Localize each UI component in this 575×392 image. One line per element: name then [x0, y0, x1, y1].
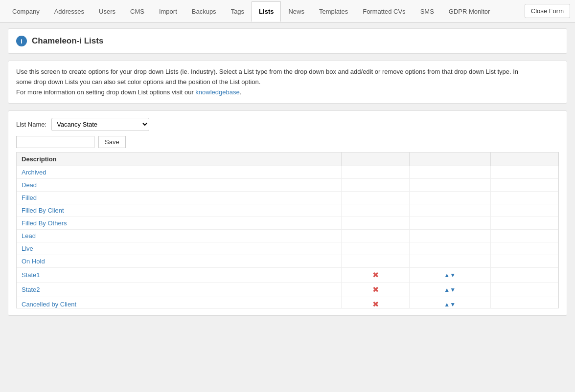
row-description[interactable]: Archived: [17, 166, 342, 179]
table-row: On Hold: [17, 255, 558, 268]
nav-tab-users[interactable]: Users: [92, 1, 123, 21]
close-form-button[interactable]: Close Form: [525, 4, 570, 18]
empty-cell3: [490, 230, 558, 242]
col-description: Description: [17, 152, 342, 166]
delete-icon[interactable]: ✖: [372, 271, 379, 279]
list-name-label: List Name:: [16, 121, 46, 128]
info-box: Use this screen to create options for yo…: [8, 61, 567, 104]
up-icon[interactable]: ▲: [444, 286, 450, 293]
row-description[interactable]: Lead: [17, 230, 342, 242]
empty-cell1: [342, 192, 409, 204]
empty-cell3: [490, 192, 558, 204]
list-panel: List Name: Vacancy StateIndustrySourceSt…: [8, 110, 567, 316]
nav-tab-company[interactable]: Company: [5, 1, 47, 21]
empty-cell3: [490, 217, 558, 230]
empty-cell2: [409, 179, 490, 192]
nav-tab-cms[interactable]: CMS: [123, 1, 152, 21]
table-row: Filled By Client: [17, 204, 558, 217]
delete-icon[interactable]: ✖: [372, 285, 379, 294]
empty-cell3: [490, 179, 558, 192]
info-line2: some drop down Lists you can also set co…: [16, 77, 559, 87]
empty-cell1: [342, 166, 409, 179]
row-description[interactable]: Dead: [17, 179, 342, 192]
empty-cell3: [490, 204, 558, 217]
table-row: Archived: [17, 166, 558, 179]
empty-cell2: [409, 230, 490, 242]
row-description[interactable]: Live: [17, 242, 342, 255]
new-item-input[interactable]: [16, 136, 94, 148]
empty-cell1: [342, 217, 409, 230]
empty-cell3: [490, 242, 558, 255]
down-icon[interactable]: ▼: [450, 286, 456, 293]
knowledgebase-link[interactable]: knowledgebase: [195, 88, 239, 96]
col-empty2: [409, 152, 490, 166]
table-row: Lead: [17, 230, 558, 242]
empty-cell2: [409, 192, 490, 204]
nav-tabs: CompanyAddressesUsersCMSImportBackupsTag…: [5, 1, 525, 21]
updown-cell: ▲▼: [409, 297, 490, 309]
empty-cell3: [490, 255, 558, 268]
row-description[interactable]: Cancelled by Client: [17, 297, 342, 309]
row-description[interactable]: State2: [17, 283, 342, 297]
empty-cell1: [342, 255, 409, 268]
down-icon[interactable]: ▼: [450, 301, 456, 308]
col-empty3: [490, 152, 558, 166]
nav-tab-gdpr-monitor[interactable]: GDPR Monitor: [441, 1, 498, 21]
nav-tab-templates[interactable]: Templates: [312, 1, 355, 21]
down-icon[interactable]: ▼: [450, 272, 456, 279]
table-row: State1✖▲▼: [17, 268, 558, 283]
empty-cell2: [409, 255, 490, 268]
delete-cell: ✖: [342, 283, 409, 297]
table-header-row: Description: [17, 152, 558, 166]
up-icon[interactable]: ▲: [444, 272, 450, 279]
nav-tab-sms[interactable]: SMS: [413, 1, 441, 21]
empty-cell2: [409, 242, 490, 255]
row-description[interactable]: Filled By Others: [17, 217, 342, 230]
row-description[interactable]: Filled: [17, 192, 342, 204]
nav-tab-addresses[interactable]: Addresses: [47, 1, 92, 21]
updown-cell: ▲▼: [409, 283, 490, 297]
empty-cell: [490, 268, 558, 283]
table-row: Dead: [17, 179, 558, 192]
nav-tab-news[interactable]: News: [281, 1, 312, 21]
info-line1: Use this screen to create options for yo…: [16, 67, 559, 77]
col-empty1: [342, 152, 409, 166]
table-row: State2✖▲▼: [17, 283, 558, 297]
page-title: Chameleon-i Lists: [32, 36, 103, 46]
empty-cell2: [409, 217, 490, 230]
table-row: Cancelled by Client✖▲▼: [17, 297, 558, 309]
nav-tab-backups[interactable]: Backups: [184, 1, 224, 21]
list-table-wrapper: Description ArchivedDeadFilledFilled By …: [16, 152, 559, 308]
main-content: i Chameleon-i Lists Use this screen to c…: [0, 22, 575, 322]
info-icon: i: [16, 36, 27, 46]
delete-cell: ✖: [342, 297, 409, 309]
save-button[interactable]: Save: [98, 136, 126, 148]
up-icon[interactable]: ▲: [444, 301, 450, 308]
row-description[interactable]: On Hold: [17, 255, 342, 268]
row-description[interactable]: State1: [17, 268, 342, 283]
empty-cell3: [490, 166, 558, 179]
nav-tab-formatted-cvs[interactable]: Formatted CVs: [355, 1, 413, 21]
list-table: Description ArchivedDeadFilledFilled By …: [17, 152, 558, 308]
table-row: Filled By Others: [17, 217, 558, 230]
nav-tab-lists[interactable]: Lists: [252, 1, 281, 22]
empty-cell1: [342, 179, 409, 192]
add-new-row: Save: [16, 136, 559, 148]
list-name-row: List Name: Vacancy StateIndustrySourceSt…: [16, 118, 559, 131]
delete-cell: ✖: [342, 268, 409, 283]
title-panel: i Chameleon-i Lists: [8, 28, 567, 54]
nav-tab-import[interactable]: Import: [152, 1, 184, 21]
table-row: Filled: [17, 192, 558, 204]
updown-cell: ▲▼: [409, 268, 490, 283]
nav-tab-tags[interactable]: Tags: [224, 1, 252, 21]
row-description[interactable]: Filled By Client: [17, 204, 342, 217]
table-row: Live: [17, 242, 558, 255]
empty-cell: [490, 297, 558, 309]
empty-cell1: [342, 204, 409, 217]
empty-cell1: [342, 242, 409, 255]
delete-icon[interactable]: ✖: [372, 300, 379, 308]
info-line3: For more information on setting drop dow…: [16, 87, 559, 98]
list-name-select[interactable]: Vacancy StateIndustrySourceStatusType: [51, 118, 149, 131]
empty-cell2: [409, 166, 490, 179]
empty-cell1: [342, 230, 409, 242]
